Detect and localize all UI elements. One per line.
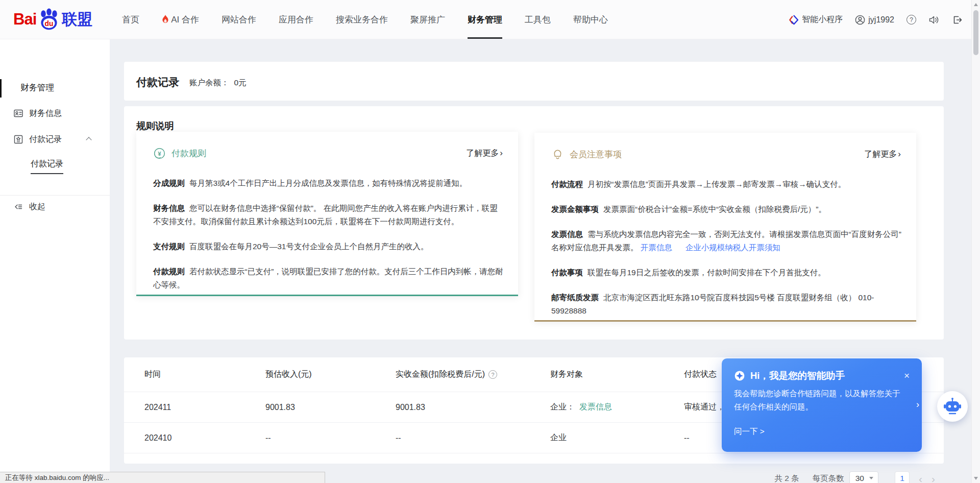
logout-icon[interactable] [952, 15, 963, 25]
nav-label: 帮助中心 [573, 14, 608, 26]
scrollbar-thumb[interactable] [973, 10, 978, 55]
rule-text: 北京市海淀区西北旺东路10号院百度科技园5号楼 百度联盟财务组（收） 010-5… [551, 293, 874, 315]
sidebar-divider [0, 195, 110, 196]
sidebar-title-finance[interactable]: 财务管理 [20, 82, 54, 93]
invoice-info-link[interactable]: 开票信息 [641, 243, 672, 252]
browser-status-bar: 正在等待 xlab.baidu.com 的响应... [0, 472, 325, 483]
scrollbar-up-arrow[interactable] [974, 3, 978, 6]
invoice-info-row-link[interactable]: 发票信息 [579, 402, 612, 413]
user-account[interactable]: jyj1992 [855, 15, 894, 25]
cell-finance-target: 企业 [550, 432, 684, 443]
rule-paragraph: 分成规则每月第3或4个工作日产出上月分成信息及发票信息，如有特殊情况将提前通知。 [153, 177, 503, 190]
nav-label: 搜索业务合作 [336, 14, 388, 26]
cell-estimated: -- [265, 433, 396, 443]
cell-finance-target: 企业： 发票信息 [550, 402, 684, 413]
per-page-value: 30 [855, 474, 864, 483]
rules-section-title: 规则说明 [136, 119, 174, 132]
member-notes-card-title: 会员注意事项 [570, 149, 622, 160]
page-header-panel: 付款记录 账户余额： 0元 [124, 62, 944, 101]
sidebar-subitem-payment-record[interactable]: 付款记录 [31, 159, 63, 174]
sidebar: 财务管理 财务信息 付款记录 付款记录 [0, 39, 110, 483]
assistant-expand-chevron[interactable]: › [916, 399, 919, 410]
logo-text-bai: Bai [13, 10, 36, 29]
baidu-paw-icon: du [37, 8, 61, 31]
learn-more-link-payment[interactable]: 了解更多› [466, 148, 503, 159]
nav-item-help-center[interactable]: 帮助中心 [562, 0, 619, 39]
compass-icon [734, 370, 745, 381]
rule-label: 付款事项 [551, 268, 583, 277]
col-time: 时间 [144, 369, 265, 380]
cell-time: 202410 [144, 433, 265, 443]
small-taxpayer-notice-link[interactable]: 企业小规模纳税人开票须知 [685, 243, 780, 252]
col-actual-amount: 实收金额(扣除税费后/元) ? [396, 369, 550, 380]
pagination: 共 2 条 每页条数 30 1 ‹ › [775, 470, 935, 483]
nav-item-finance[interactable]: 财务管理 [456, 0, 513, 39]
nav-item-website[interactable]: 网站合作 [210, 0, 267, 39]
rule-paragraph: 付款规则若付款状态显示“已支付”，说明联盟已安排了您的付款。支付后三个工作日内到… [153, 265, 503, 292]
chevron-up-icon[interactable] [86, 137, 91, 142]
question-glyph: ? [910, 16, 913, 23]
rule-text: 月初按“发票信息”页面开具发票→上传发票→邮寄发票→审核→确认支付。 [587, 180, 846, 188]
svg-text:¥: ¥ [158, 151, 161, 157]
sidebar-item-label: 付款记录 [29, 134, 62, 145]
next-page-button[interactable]: › [932, 473, 935, 483]
sidebar-item-finance-info[interactable]: 财务信息 [0, 103, 110, 124]
rules-panel: 规则说明 ¥ 付款规则 了解更多› 分成规则每月第3或4个工作日产出上月分成信息… [124, 106, 944, 340]
nav-label: 应用合作 [279, 14, 313, 26]
nav-item-toolkit[interactable]: 工具包 [513, 0, 562, 39]
baidu-union-logo[interactable]: Bai du 联盟 [13, 8, 92, 31]
nav-item-app[interactable]: 应用合作 [267, 0, 325, 39]
nav-item-home[interactable]: 首页 [111, 0, 151, 39]
close-icon[interactable]: × [904, 371, 910, 380]
nav-label: 财务管理 [468, 14, 502, 26]
rule-paragraph: 发票信息需与系统内发票信息内容完全一致，否则无法支付。请根据发票信息页面中“百度… [551, 228, 901, 254]
rule-text: 若付款状态显示“已支付”，说明联盟已安排了您的付款。支付后三个工作日内到帐，请您… [153, 267, 503, 289]
balance-value: 0元 [234, 78, 247, 88]
member-notes-icon [551, 148, 564, 161]
main-nav: 首页 AI 合作 网站合作 应用合作 搜索业务合作 聚屏推广 财务管理 工具包 … [111, 0, 619, 39]
rule-text: 每月第3或4个工作日产出上月分成信息及发票信息，如有特殊情况将提前通知。 [189, 179, 467, 187]
help-icon[interactable]: ? [906, 15, 916, 25]
question-circle-icon[interactable]: ? [488, 370, 497, 379]
cell-actual: 9001.83 [396, 403, 550, 412]
rule-label: 发票信息 [551, 230, 583, 238]
rule-paragraph: 支付规则百度联盟会在每月20号—31号支付企业会员上个自然月产生的收入。 [153, 240, 503, 253]
payment-record-icon [13, 134, 23, 144]
rule-label: 财务信息 [153, 204, 185, 212]
ask-now-link[interactable]: 问一下 > [734, 426, 765, 437]
sidebar-item-payment-record[interactable]: 付款记录 [0, 129, 110, 150]
user-icon [855, 15, 865, 25]
username-label: jyj1992 [868, 15, 894, 25]
nav-item-ai[interactable]: AI 合作 [151, 0, 210, 39]
learn-more-label: 了解更多 [864, 150, 897, 158]
learn-more-label: 了解更多 [466, 149, 499, 157]
balance-label: 账户余额： [189, 78, 229, 88]
payment-rules-card: ¥ 付款规则 了解更多› 分成规则每月第3或4个工作日产出上月分成信息及发票信息… [136, 132, 518, 296]
flame-icon [162, 15, 169, 24]
question-glyph: ? [492, 372, 495, 378]
nav-item-search-biz[interactable]: 搜索业务合作 [325, 0, 399, 39]
assistant-robot-avatar[interactable] [937, 391, 968, 422]
payment-rules-card-body: 分成规则每月第3或4个工作日产出上月分成信息及发票信息，如有特殊情况将提前通知。… [153, 177, 503, 303]
payment-rules-card-header: ¥ 付款规则 了解更多› [153, 147, 503, 160]
total-count: 共 2 条 [775, 473, 799, 483]
nav-item-screen-ads[interactable]: 聚屏推广 [399, 0, 456, 39]
rule-paragraph: 发票金额事项发票票面“价税合计”金额=系统中“实收金额（扣除税费后/元）”。 [551, 203, 901, 216]
robot-icon [941, 395, 964, 418]
prev-page-button[interactable]: ‹ [919, 473, 922, 483]
member-notes-card: 会员注意事项 了解更多› 付款流程月初按“发票信息”页面开具发票→上传发票→邮寄… [534, 133, 916, 322]
col-estimated-income: 预估收入(元) [265, 369, 396, 380]
rule-label: 支付规则 [153, 242, 185, 251]
sidebar-collapse-button[interactable]: 收起 [0, 197, 110, 217]
scrollbar-down-arrow[interactable] [974, 477, 978, 480]
rule-text: 您可以在财务信息中选择“保留付款”。 在此期间您产生的收入将在账户内进行累计，联… [153, 204, 498, 226]
speaker-icon[interactable] [928, 15, 940, 25]
col-finance-target: 财务对象 [550, 369, 684, 380]
miniprogram-entry[interactable]: 智能小程序 [789, 14, 843, 25]
cell-time: 202411 [144, 403, 265, 412]
rule-text: 百度联盟会在每月20号—31号支付企业会员上个自然月产生的收入。 [189, 242, 428, 251]
learn-more-link-member[interactable]: 了解更多› [864, 149, 901, 160]
rule-text: 发票票面“价税合计”金额=系统中“实收金额（扣除税费后/元）”。 [603, 205, 826, 213]
per-page-select[interactable]: 30 [849, 471, 878, 483]
page-button-1[interactable]: 1 [895, 471, 910, 483]
